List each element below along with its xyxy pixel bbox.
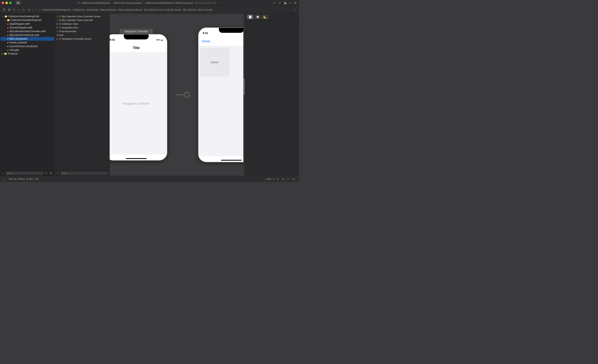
tree-item-mainstoryboard[interactable]: ■ Main.storyboard bbox=[0, 37, 54, 41]
main-area: ▼ 📁 CollectionViewDeletingCells ▼ 📁 Coll… bbox=[0, 14, 299, 176]
nav-forward-button[interactable]: › bbox=[38, 8, 41, 12]
storyboard-icon-2: ■ bbox=[7, 45, 8, 48]
search-button[interactable]: ⌕ bbox=[17, 8, 21, 12]
breadcrumb-item-3[interactable]: Main.storyboard bbox=[100, 8, 117, 11]
nav-filter-input[interactable] bbox=[61, 172, 108, 175]
manage-button[interactable]: ⊞ bbox=[7, 8, 11, 12]
home-bar-2 bbox=[221, 160, 242, 161]
breadcrumb-item-6[interactable]: My Collection View Controller bbox=[183, 8, 213, 11]
add-file-button[interactable]: ＋ bbox=[2, 172, 5, 175]
inspector-tab-2[interactable]: 🔲 bbox=[254, 15, 261, 19]
fit-button[interactable]: ⊡ bbox=[281, 177, 285, 181]
bottom-panel-toggle[interactable]: □ bbox=[2, 177, 6, 181]
tree-item-assets[interactable]: ■ Assets.xcassets bbox=[0, 41, 54, 44]
minimize-button[interactable] bbox=[5, 2, 8, 4]
tree-item-infoplist[interactable]: ◈ Info.plist bbox=[0, 48, 54, 52]
storyboard-canvas[interactable]: → Navigation Controller 9:41 ●●● ▬ Titl bbox=[110, 14, 245, 176]
inspector-tab-3[interactable]: 📐 bbox=[262, 15, 268, 19]
exit-icon: ⊠ bbox=[57, 34, 58, 37]
nav-label-myvc: My Collection View Controller bbox=[62, 19, 93, 21]
tree-item-appdelegate[interactable]: ◆ AppDelegate.swift bbox=[0, 22, 54, 26]
nav-item-navitem[interactable]: ▶ ⊟ Navigation Item bbox=[55, 26, 109, 30]
nav-controller-scene: Navigation Controller 9:41 ●●● ▬ Title bbox=[110, 29, 167, 161]
scrollbar-thumb bbox=[244, 78, 245, 95]
warning-button[interactable]: ⚠ bbox=[21, 8, 26, 12]
maximize-button[interactable] bbox=[9, 2, 12, 4]
minimize-win-button[interactable]: ⊡ bbox=[293, 1, 297, 5]
nav-item-scene2[interactable]: ▶ ⊡ Navigation Controller Scene bbox=[55, 37, 109, 41]
sidebar-toggle-button[interactable]: ☰ bbox=[2, 8, 6, 12]
collection-iphone: 9:41 ●●● ▬ Delete Name bbox=[198, 27, 245, 162]
products-folder-icon: 📁 bbox=[4, 52, 7, 55]
close-button[interactable] bbox=[2, 2, 4, 4]
nav-item-exit[interactable]: ⊠ Exit bbox=[55, 33, 109, 37]
filter-options-button[interactable]: ⏱ bbox=[44, 171, 48, 175]
tree-item-group2[interactable]: ▼ 📁 CollectionViewDeletingCells bbox=[0, 18, 54, 22]
nav-add-button[interactable]: ＋ bbox=[57, 172, 60, 175]
actual-size-button[interactable]: 1:1 bbox=[291, 177, 297, 181]
format-button[interactable]: ≡ bbox=[12, 8, 16, 12]
bookmark-button[interactable]: ⊙ bbox=[27, 8, 31, 12]
nav-content-label: Navigation Controller bbox=[123, 102, 150, 105]
nav-title-1: Title bbox=[133, 46, 140, 50]
filter-sort-button[interactable]: ⊞ bbox=[49, 171, 53, 175]
zoom-out-button[interactable]: − bbox=[264, 178, 266, 181]
zoom-fit-button[interactable]: ⤢ bbox=[286, 177, 290, 181]
myvc-expand: ▼ bbox=[57, 19, 58, 21]
cell-label: Name bbox=[211, 61, 218, 64]
tree-item-mycell[interactable]: ◆ MyCollectionViewCell.swift bbox=[0, 33, 54, 37]
canvas-scrollbar[interactable] bbox=[243, 14, 245, 176]
signal-icon: ●●● bbox=[156, 39, 160, 41]
delete-button[interactable]: Delete bbox=[202, 40, 210, 43]
nav-ctrl-title: Navigation Controller bbox=[120, 29, 153, 34]
device-label: iPhone SE (2nd generation) bbox=[114, 2, 142, 4]
split-view-button[interactable]: ▣ bbox=[283, 1, 287, 5]
titlebar-center: ⚙ CollectionViewDeletingCells › iPhone S… bbox=[23, 1, 271, 4]
sidebar-filter-bar: ＋ ⏱ ⊞ bbox=[0, 170, 55, 176]
tree-item-root[interactable]: ▼ 📁 CollectionViewDeletingCells bbox=[0, 15, 54, 18]
tree-item-launchscreen[interactable]: ■ LaunchScreen.storyboard bbox=[0, 44, 54, 48]
nav-item-myvc[interactable]: ▼ ⊞ My Collection View Controller bbox=[55, 18, 109, 22]
inspector-toggle-button[interactable]: ⋮ bbox=[292, 8, 297, 12]
scene2-expand: ▶ bbox=[57, 38, 58, 40]
tree-item-products[interactable]: ▶ 📁 Products bbox=[0, 52, 54, 56]
tree-label-launchscreen: LaunchScreen.storyboard bbox=[9, 45, 38, 48]
traffic-lights bbox=[2, 2, 12, 4]
collview-icon: ⊞ bbox=[59, 22, 61, 25]
breadcrumb-item-1[interactable]: CollectionViewDeletingCells bbox=[42, 8, 71, 11]
add-tab-button[interactable]: ＋ bbox=[272, 1, 276, 5]
inspector-tab-1[interactable]: 📄 bbox=[247, 15, 254, 19]
nav-label-scene1: My Collection View Controller Scene bbox=[62, 15, 101, 18]
titlebar-right: ＋ ⤢ ▣ □ ⊡ bbox=[272, 1, 297, 5]
breadcrumb-item-5[interactable]: My Collection View Controller Scene bbox=[144, 8, 181, 11]
nav-label-scene2: Navigation Controller Scene bbox=[62, 38, 91, 40]
zoom-in-button[interactable]: + bbox=[273, 178, 274, 181]
tree-label-scenedelegate: SceneDelegate.swift bbox=[9, 26, 32, 29]
build-time: Yesterday at 6:31 AM bbox=[194, 2, 216, 4]
swift-icon-4: ◆ bbox=[7, 34, 9, 36]
expand-arrow-2: ▼ bbox=[4, 19, 6, 21]
nav-label-navitem: Navigation Item bbox=[62, 26, 78, 29]
folder-icon: 📁 bbox=[4, 15, 8, 18]
nav-label-exit: Exit bbox=[59, 34, 63, 36]
window-button[interactable]: □ bbox=[289, 1, 292, 5]
nav-item-firstresponder[interactable]: ⊙ First Responder bbox=[55, 30, 109, 33]
home-indicator-1 bbox=[110, 154, 167, 160]
breadcrumb-item-2[interactable]: CollectionVi...eletingCells bbox=[73, 8, 98, 11]
nav-item-scene1[interactable]: ▼ ⊡ My Collection View Controller Scene bbox=[55, 15, 109, 18]
nav-item-collview[interactable]: ▶ ⊞ Collection View bbox=[55, 22, 109, 26]
plist-icon: ◈ bbox=[7, 49, 9, 51]
tree-label-appdelegate: AppDelegate.swift bbox=[9, 22, 30, 25]
tree-item-myvc[interactable]: ◆ MyCollectionViewController.swift bbox=[0, 30, 54, 33]
enter-fullscreen-button[interactable]: ⤢ bbox=[278, 1, 282, 5]
nav-back-button[interactable]: ‹ bbox=[35, 8, 38, 12]
refresh-button[interactable]: ↺ bbox=[276, 177, 280, 181]
nav-label-collview: Collection View bbox=[62, 23, 78, 25]
time-1: 9:41 bbox=[110, 38, 115, 41]
tree-item-scenedelegate[interactable]: ◆ SceneDelegate.swift bbox=[0, 26, 54, 30]
home-bar-1 bbox=[126, 158, 147, 159]
filter-input[interactable] bbox=[6, 172, 43, 175]
scene1-icon: ⊡ bbox=[59, 15, 61, 18]
run-button[interactable]: ▶ bbox=[16, 1, 21, 5]
breadcrumb-item-4[interactable]: Main.storyboard (Base) bbox=[119, 8, 142, 11]
